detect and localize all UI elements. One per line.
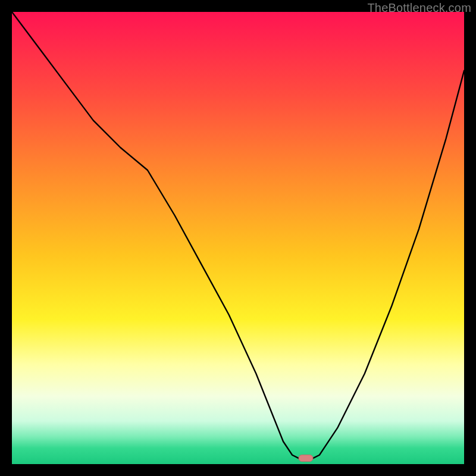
- watermark-label: TheBottleneck.com: [367, 1, 471, 15]
- optimal-marker: [299, 455, 313, 462]
- gradient-background: [12, 12, 464, 464]
- chart-frame: TheBottleneck.com: [0, 0, 476, 476]
- bottleneck-chart: [12, 12, 464, 464]
- plot-area: [12, 12, 464, 464]
